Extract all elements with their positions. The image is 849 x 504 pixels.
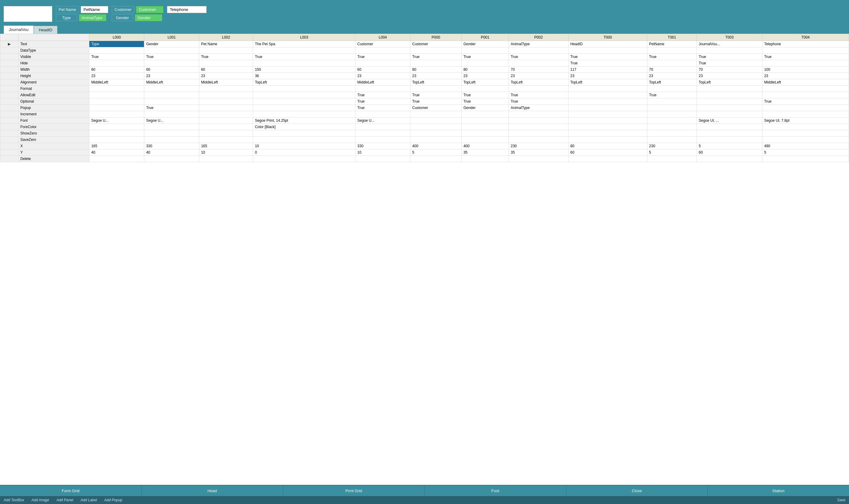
table-cell[interactable]: True xyxy=(355,105,410,111)
table-cell[interactable] xyxy=(144,130,199,137)
table-cell[interactable]: Segoe UI, ... xyxy=(697,118,762,124)
table-cell[interactable] xyxy=(89,47,144,54)
table-cell[interactable] xyxy=(762,137,849,143)
table-cell[interactable]: True xyxy=(762,54,849,60)
table-cell[interactable]: MiddleLeft xyxy=(89,79,144,86)
table-cell[interactable] xyxy=(144,92,199,98)
table-cell[interactable]: 35 xyxy=(461,149,509,156)
table-cell[interactable]: 230 xyxy=(509,143,568,149)
table-cell[interactable]: MiddleLeft xyxy=(762,79,849,86)
table-cell[interactable] xyxy=(762,156,849,162)
table-cell[interactable]: 23 xyxy=(509,73,568,79)
table-cell[interactable]: 35 xyxy=(509,149,568,156)
table-cell[interactable]: Segoe U... xyxy=(144,118,199,124)
add-textbox-button[interactable]: Add TextBox xyxy=(4,498,24,502)
add-popup-button[interactable]: Add Popup xyxy=(104,498,122,502)
table-cell[interactable]: HeadID xyxy=(568,41,647,47)
table-cell[interactable]: MiddleLeft xyxy=(355,79,410,86)
table-cell[interactable] xyxy=(253,86,355,92)
table-cell[interactable] xyxy=(89,124,144,130)
table-cell[interactable] xyxy=(89,137,144,143)
table-cell[interactable]: Color [Black] xyxy=(253,124,355,130)
table-cell[interactable] xyxy=(697,124,762,130)
table-cell[interactable]: 5 xyxy=(410,149,462,156)
table-cell[interactable] xyxy=(355,130,410,137)
table-cell[interactable] xyxy=(144,111,199,118)
table-cell[interactable] xyxy=(647,47,696,54)
table-cell[interactable] xyxy=(253,47,355,54)
table-cell[interactable]: Type xyxy=(89,41,144,47)
table-cell[interactable] xyxy=(509,86,568,92)
table-cell[interactable] xyxy=(144,60,199,67)
col-L001[interactable]: L001 xyxy=(144,34,199,41)
table-cell[interactable] xyxy=(253,130,355,137)
bottom-tab-station[interactable]: Station xyxy=(708,485,849,496)
table-cell[interactable]: True xyxy=(697,54,762,60)
table-cell[interactable]: 70 xyxy=(697,67,762,73)
table-cell[interactable] xyxy=(199,105,253,111)
table-cell[interactable]: True xyxy=(144,105,199,111)
bottom-tab-formgrid[interactable]: Form Grid xyxy=(0,485,142,496)
table-cell[interactable]: 60 xyxy=(144,67,199,73)
table-cell[interactable] xyxy=(762,92,849,98)
table-cell[interactable]: 80 xyxy=(568,143,647,149)
table-cell[interactable] xyxy=(697,86,762,92)
table-cell[interactable]: 5 xyxy=(762,149,849,156)
table-cell[interactable]: 60 xyxy=(568,149,647,156)
table-cell[interactable] xyxy=(647,98,696,105)
table-cell[interactable]: True xyxy=(647,54,696,60)
table-cell[interactable] xyxy=(253,137,355,143)
table-cell[interactable]: 80 xyxy=(461,67,509,73)
tab-journalvou[interactable]: JournalVou xyxy=(4,25,34,34)
table-cell[interactable] xyxy=(697,47,762,54)
table-cell[interactable] xyxy=(762,60,849,67)
table-cell[interactable]: Segoe Print, 14.25pt xyxy=(253,118,355,124)
table-cell[interactable]: 330 xyxy=(355,143,410,149)
table-cell[interactable]: 23 xyxy=(762,73,849,79)
table-cell[interactable]: 400 xyxy=(461,143,509,149)
table-cell[interactable]: True xyxy=(568,54,647,60)
table-cell[interactable]: TopLeft xyxy=(410,79,462,86)
table-cell[interactable]: True xyxy=(410,92,462,98)
table-cell[interactable] xyxy=(647,105,696,111)
type-value[interactable]: AnimalType xyxy=(79,14,106,21)
table-cell[interactable]: True xyxy=(762,98,849,105)
add-panel-button[interactable]: Add Panel xyxy=(56,498,73,502)
table-cell[interactable]: 23 xyxy=(568,73,647,79)
table-cell[interactable]: Segoe U... xyxy=(89,118,144,124)
table-cell[interactable]: Gender xyxy=(144,41,199,47)
table-cell[interactable]: 330 xyxy=(144,143,199,149)
table-cell[interactable] xyxy=(568,86,647,92)
table-cell[interactable]: 400 xyxy=(410,143,462,149)
table-cell[interactable] xyxy=(410,156,462,162)
table-cell[interactable] xyxy=(762,130,849,137)
table-cell[interactable]: True xyxy=(697,60,762,67)
table-cell[interactable]: 40 xyxy=(89,149,144,156)
table-cell[interactable] xyxy=(410,60,462,67)
table-cell[interactable] xyxy=(762,86,849,92)
table-cell[interactable] xyxy=(647,130,696,137)
table-cell[interactable]: 150 xyxy=(253,67,355,73)
table-cell[interactable] xyxy=(355,111,410,118)
table-cell[interactable] xyxy=(410,86,462,92)
table-cell[interactable] xyxy=(509,47,568,54)
table-cell[interactable] xyxy=(509,124,568,130)
table-cell[interactable] xyxy=(647,124,696,130)
table-cell[interactable] xyxy=(89,92,144,98)
table-cell[interactable]: Customer xyxy=(410,105,462,111)
table-cell[interactable] xyxy=(568,130,647,137)
table-cell[interactable] xyxy=(199,130,253,137)
table-cell[interactable] xyxy=(509,137,568,143)
table-cell[interactable] xyxy=(199,47,253,54)
table-cell[interactable]: True xyxy=(509,54,568,60)
table-cell[interactable]: 40 xyxy=(144,149,199,156)
pet-name-value[interactable]: PetName xyxy=(81,6,108,13)
table-cell[interactable]: 5 xyxy=(647,149,696,156)
telephone-value[interactable]: Telephone xyxy=(167,6,207,13)
table-cell[interactable] xyxy=(568,47,647,54)
add-image-button[interactable]: Add Image xyxy=(32,498,49,502)
table-cell[interactable] xyxy=(461,118,509,124)
table-cell[interactable] xyxy=(410,47,462,54)
table-cell[interactable]: 165 xyxy=(89,143,144,149)
table-cell[interactable]: True xyxy=(199,54,253,60)
